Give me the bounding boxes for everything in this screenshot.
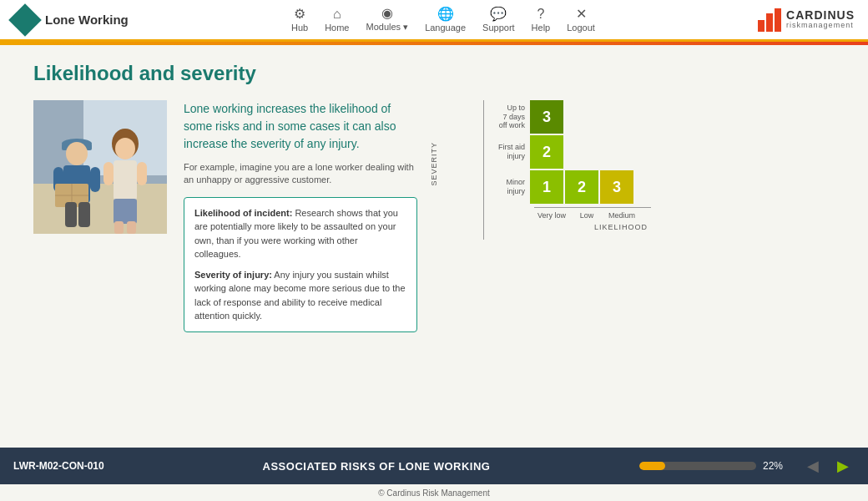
sub-description: For example, imagine you are a lone work… bbox=[184, 161, 417, 187]
cell-2-3 bbox=[600, 135, 633, 169]
language-icon: 🌐 bbox=[437, 8, 454, 21]
nav-logout-label: Logout bbox=[567, 23, 595, 33]
nav-help[interactable]: ? Help bbox=[532, 8, 551, 33]
scene-illustration bbox=[33, 100, 167, 234]
svg-rect-9 bbox=[90, 167, 100, 192]
x-axis-line bbox=[534, 207, 651, 208]
brand-bar-2 bbox=[766, 13, 773, 32]
cell-2-1: 2 bbox=[530, 135, 563, 169]
help-icon: ? bbox=[537, 8, 544, 21]
cell-1-2 bbox=[565, 100, 598, 134]
matrix-row-1: Up to7 daysoff work 3 bbox=[484, 100, 651, 134]
cell-3-3: 3 bbox=[600, 170, 633, 204]
page-title: Likelihood and severity bbox=[33, 62, 835, 85]
x-label-3: Medium bbox=[605, 211, 638, 220]
brand-bar-3 bbox=[775, 8, 781, 32]
course-code: LWR-M02-CON-010 bbox=[13, 460, 114, 472]
app-logo bbox=[8, 3, 42, 37]
nav-home[interactable]: ⌂ Home bbox=[325, 8, 349, 33]
main-description: Lone working increases the likelihood of… bbox=[184, 100, 417, 153]
y-axis-label: SEVERITY bbox=[430, 142, 438, 186]
nav-home-label: Home bbox=[325, 23, 349, 33]
header: Lone Working ⚙ Hub ⌂ Home ◉ Modules ▾ 🌐 … bbox=[0, 0, 868, 42]
svg-rect-13 bbox=[65, 202, 77, 227]
x-label-1: Very low bbox=[535, 211, 568, 220]
nav-support-label: Support bbox=[482, 23, 515, 33]
severity-text: Severity of injury: Any injury you susta… bbox=[194, 268, 406, 323]
footer: © Cardinus Risk Management bbox=[0, 488, 868, 498]
x-labels: Very low Low Medium bbox=[484, 211, 651, 220]
brand-bars bbox=[758, 8, 781, 32]
x-label-2: Low bbox=[570, 211, 603, 220]
svg-rect-18 bbox=[103, 162, 114, 185]
nav-help-label: Help bbox=[532, 23, 551, 33]
main-content: Likelihood and severity bbox=[0, 45, 868, 349]
nav-language[interactable]: 🌐 Language bbox=[425, 8, 466, 33]
app-title: Lone Working bbox=[45, 13, 129, 27]
modules-icon: ◉ bbox=[381, 7, 393, 20]
likelihood-text: Likelihood of incident: Research shows t… bbox=[194, 206, 406, 261]
x-axis-label: LIKELIHOOD bbox=[484, 223, 651, 231]
nav-arrows: ◀ ▶ bbox=[801, 454, 855, 478]
progress-percent: 22% bbox=[763, 460, 788, 472]
content-area: Lone working increases the likelihood of… bbox=[33, 100, 835, 332]
svg-point-6 bbox=[66, 142, 88, 165]
header-nav: ⚙ Hub ⌂ Home ◉ Modules ▾ 🌐 Language 💬 Su… bbox=[291, 7, 595, 33]
cell-1-1: 3 bbox=[530, 100, 563, 134]
brand-sub: riskmanagement bbox=[786, 22, 855, 30]
next-button[interactable]: ▶ bbox=[831, 454, 855, 478]
nav-language-label: Language bbox=[425, 23, 466, 33]
likelihood-label: Likelihood of incident: bbox=[194, 208, 292, 218]
copyright-text: © Cardinus Risk Management bbox=[378, 488, 490, 498]
matrix-inner: SEVERITY Up to7 daysoff work 3 F bbox=[434, 100, 651, 265]
cell-3-2: 2 bbox=[565, 170, 598, 204]
risk-matrix: SEVERITY Up to7 daysoff work 3 F bbox=[434, 100, 651, 265]
nav-support[interactable]: 💬 Support bbox=[482, 8, 515, 33]
matrix-row-2: First aidinjury 2 bbox=[484, 135, 651, 169]
brand-name: CARDINUS bbox=[786, 9, 855, 22]
row-3-cells: 1 2 3 bbox=[530, 170, 633, 204]
svg-rect-21 bbox=[114, 221, 124, 234]
svg-rect-14 bbox=[78, 202, 90, 227]
nav-hub-label: Hub bbox=[291, 23, 308, 33]
text-content: Lone working increases the likelihood of… bbox=[184, 100, 417, 332]
severity-label: Severity of injury: bbox=[194, 270, 272, 280]
y-axis-line bbox=[483, 100, 484, 240]
matrix-row-3: Minorinjury 1 2 3 bbox=[484, 170, 651, 204]
cell-2-2 bbox=[565, 135, 598, 169]
progress-section: 22% bbox=[639, 460, 788, 472]
svg-rect-22 bbox=[127, 221, 136, 234]
nav-modules-label: Modules ▾ bbox=[366, 22, 408, 33]
header-right: CARDINUS riskmanagement bbox=[758, 8, 855, 32]
svg-point-16 bbox=[115, 138, 135, 159]
support-icon: 💬 bbox=[490, 8, 507, 21]
row-label-2: First aidinjury bbox=[484, 143, 530, 161]
cell-1-3 bbox=[600, 100, 633, 134]
row-1-cells: 3 bbox=[530, 100, 633, 134]
nav-modules[interactable]: ◉ Modules ▾ bbox=[366, 7, 408, 33]
nav-logout[interactable]: ✕ Logout bbox=[567, 8, 595, 33]
nav-hub[interactable]: ⚙ Hub bbox=[291, 8, 308, 33]
row-label-1: Up to7 daysoff work bbox=[484, 104, 530, 130]
matrix-grid: Up to7 daysoff work 3 First aidinjury 2 bbox=[484, 100, 651, 205]
header-left: Lone Working bbox=[13, 8, 129, 32]
logout-icon: ✕ bbox=[576, 8, 587, 21]
course-name: ASSOCIATED RISKS OF LONE WORKING bbox=[127, 460, 626, 473]
progress-bar-fill bbox=[639, 462, 665, 470]
home-icon: ⌂ bbox=[333, 8, 341, 21]
brand-bar-1 bbox=[758, 20, 765, 32]
prev-button[interactable]: ◀ bbox=[801, 454, 825, 478]
progress-bar-bg bbox=[639, 462, 756, 470]
info-box: Likelihood of incident: Research shows t… bbox=[184, 197, 417, 332]
svg-rect-20 bbox=[114, 199, 137, 224]
content-image bbox=[33, 100, 167, 234]
row-2-cells: 2 bbox=[530, 135, 633, 169]
row-label-3: Minorinjury bbox=[484, 178, 530, 196]
hub-icon: ⚙ bbox=[294, 8, 305, 21]
svg-rect-17 bbox=[114, 160, 137, 200]
svg-rect-2 bbox=[33, 184, 167, 234]
brand-text: CARDINUS riskmanagement bbox=[786, 9, 855, 30]
cell-3-1: 1 bbox=[530, 170, 563, 204]
svg-rect-19 bbox=[137, 162, 147, 185]
bottom-bar: LWR-M02-CON-010 ASSOCIATED RISKS OF LONE… bbox=[0, 448, 868, 484]
